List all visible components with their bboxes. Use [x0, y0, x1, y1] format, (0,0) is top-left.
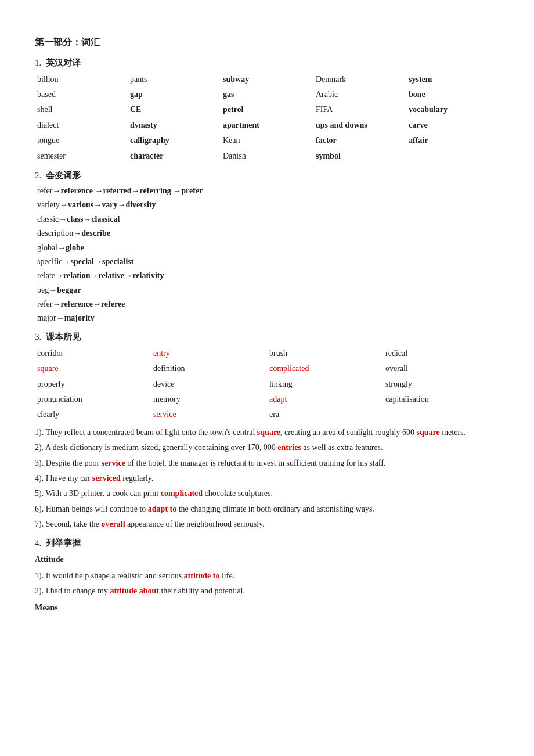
- vocab-cell: complicated: [267, 361, 383, 376]
- vocab-cell: gap: [128, 87, 221, 102]
- sentence-text: Second, take the: [46, 520, 102, 528]
- word-form-line: classic→class→classical: [35, 213, 499, 226]
- vocab-grid-section3: corridor entry brush redical square defi…: [35, 346, 499, 423]
- sentence-num: 2).: [35, 586, 46, 595]
- sentence-num: 3).: [35, 459, 46, 467]
- sentence-text: I had to change my: [46, 586, 110, 595]
- word-forms-container: refer→reference →referred→referring →pre…: [35, 185, 499, 325]
- vocab-cell: linking: [267, 377, 383, 392]
- sentence-num: 1).: [35, 428, 45, 437]
- section4-title: 列举掌握: [46, 536, 81, 550]
- section2-num: 2.: [35, 168, 41, 182]
- sentence: 2). A desk dictionary is medium-sized, g…: [35, 441, 499, 454]
- vocab-cell: device: [151, 377, 267, 392]
- vocab-cell: Kean: [221, 133, 313, 148]
- highlighted-word: square: [257, 428, 280, 437]
- vocab-cell: gas: [221, 87, 313, 102]
- sentence-text: life.: [219, 571, 234, 580]
- sentence: 7). Second, take the overall appearance …: [35, 518, 499, 531]
- sentence-text: their ability and potential.: [159, 586, 245, 595]
- vocab-cell: semester: [35, 149, 128, 164]
- highlighted-word: serviced: [92, 474, 121, 483]
- sentence-num: 2).: [35, 443, 45, 452]
- word-form-line: beg→beggar: [35, 284, 499, 297]
- vocab-cell: affair: [406, 133, 499, 148]
- vocab-cell: clearly: [35, 407, 151, 422]
- word-form-line: description→describe: [35, 227, 499, 240]
- section4-groups: Attitude 1). It would help shape a reali…: [35, 553, 499, 615]
- attitude-sentences: 1). It would help shape a realistic and …: [35, 570, 499, 598]
- sentence-text: It would help shape a realistic and seri…: [46, 571, 184, 580]
- vocab-grid-section1: billion pants subway Denmark system base…: [35, 72, 499, 164]
- sentence-text: A desk dictionary is medium-sized, gener…: [45, 443, 277, 452]
- section3-num: 3.: [35, 330, 41, 344]
- highlighted-word: square: [417, 428, 440, 437]
- sentence: 1). It would help shape a realistic and …: [35, 570, 499, 582]
- section4-num: 4.: [35, 536, 41, 550]
- sentence-text: meters.: [440, 428, 466, 437]
- highlighted-word: entries: [277, 443, 301, 452]
- vocab-cell: capitalisation: [383, 392, 499, 407]
- section1-num: 1.: [35, 56, 41, 70]
- vocab-cell: based: [35, 87, 128, 102]
- sentence-text: regularly.: [121, 474, 154, 483]
- highlighted-word: adapt to: [148, 505, 176, 513]
- vocab-cell: entry: [151, 346, 267, 361]
- vocab-cell: FIFA: [313, 102, 406, 117]
- highlighted-word: attitude to: [184, 571, 220, 580]
- vocab-cell: subway: [221, 72, 313, 87]
- vocab-cell: Denmark: [313, 72, 406, 87]
- vocab-cell: ups and downs: [313, 118, 406, 133]
- sentence-text: as well as extra features.: [301, 443, 383, 452]
- vocab-cell: overall: [383, 361, 499, 376]
- vocab-cell: corridor: [35, 346, 151, 361]
- vocab-cell: system: [406, 72, 499, 87]
- highlighted-word: overall: [101, 520, 125, 528]
- sentence-text: the changing climate in both ordinary an…: [176, 505, 374, 513]
- vocab-cell: calligraphy: [128, 133, 221, 148]
- highlighted-word: service: [102, 459, 125, 467]
- vocab-cell: redical: [383, 346, 499, 361]
- vocab-cell: apartment: [221, 118, 313, 133]
- vocab-cell: dialect: [35, 118, 128, 133]
- vocab-cell: bone: [406, 87, 499, 102]
- vocab-cell: strongly: [383, 377, 499, 392]
- word-form-line: refer→reference→referee: [35, 298, 499, 311]
- vocab-cell: properly: [35, 377, 151, 392]
- page-title: 第一部分：词汇: [35, 35, 499, 50]
- vocab-cell: memory: [151, 392, 267, 407]
- sentence-text: chocolate sculptures.: [203, 489, 273, 498]
- vocab-cell: brush: [267, 346, 383, 361]
- sentence: 5). With a 3D printer, a cook can print …: [35, 487, 499, 500]
- sentence-num: 5).: [35, 489, 45, 498]
- vocab-cell: [383, 407, 499, 422]
- vocab-cell: Arabic: [313, 87, 406, 102]
- vocab-cell: pants: [128, 72, 221, 87]
- vocab-cell: service: [151, 407, 267, 422]
- vocab-cell: Danish: [221, 149, 313, 164]
- highlighted-word: complicated: [161, 489, 203, 498]
- highlighted-word: attitude about: [110, 586, 158, 595]
- section2-title: 会变词形: [46, 168, 81, 182]
- word-form-line: major→majority: [35, 312, 499, 325]
- vocab-cell: vocabulary: [406, 102, 499, 117]
- sentence-text: , creating an area of sunlight roughly 6…: [280, 428, 416, 437]
- word-form-line: specific→special→specialist: [35, 255, 499, 268]
- vocab-cell: era: [267, 407, 383, 422]
- sentence-text: Despite the poor: [46, 459, 102, 467]
- sentence-text: They reflect a concentrated beam of ligh…: [45, 428, 257, 437]
- vocab-cell: pronunciation: [35, 392, 151, 407]
- sentence: 6). Human beings will continue to adapt …: [35, 503, 499, 516]
- section1-title: 英汉对译: [46, 56, 81, 70]
- vocab-cell: shell: [35, 102, 128, 117]
- sentences-section3: 1). They reflect a concentrated beam of …: [35, 426, 499, 531]
- vocab-cell: character: [128, 149, 221, 164]
- vocab-cell: billion: [35, 72, 128, 87]
- group-title: Attitude: [35, 553, 499, 566]
- sentence: 3). Despite the poor service of the hote…: [35, 457, 499, 470]
- sentence-text: of the hotel, the manager is reluctant t…: [125, 459, 386, 467]
- word-form-line: refer→reference →referred→referring →pre…: [35, 185, 499, 197]
- sentence: 1). They reflect a concentrated beam of …: [35, 426, 499, 439]
- vocab-cell: dynasty: [128, 118, 221, 133]
- word-form-line: global→globe: [35, 242, 499, 254]
